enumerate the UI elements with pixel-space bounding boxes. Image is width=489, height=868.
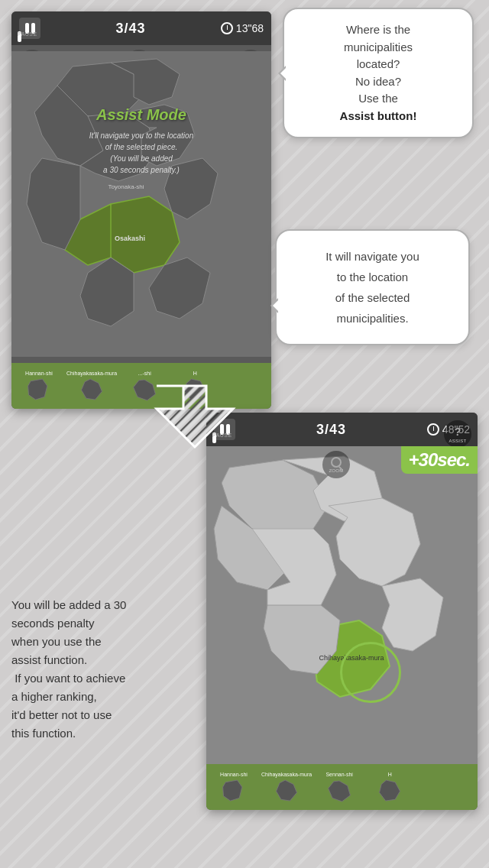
piece-shape-b-1	[220, 779, 248, 803]
svg-marker-16	[82, 379, 102, 400]
svg-marker-35	[380, 780, 400, 801]
pause-button[interactable]: PAUSE	[19, 18, 40, 39]
game-screen-bottom: PAUSE 3/43 48"52 +30sec. ZOOM ? ASSIST	[206, 413, 478, 810]
piece-item-b-2[interactable]: Chihayakasaka-mura	[261, 772, 312, 803]
svg-marker-21	[157, 386, 233, 447]
piece-label-b-1: Hannan-shi	[220, 772, 248, 777]
assist-mode-desc: It'll navigate you to the locationof the…	[89, 130, 193, 176]
assist-button-b[interactable]: ? ASSIST	[444, 420, 471, 448]
circle-highlight	[340, 642, 401, 703]
svg-marker-34	[329, 780, 351, 801]
piece-item-1[interactable]: Hannan-shi	[16, 371, 62, 402]
bottom-game-header: PAUSE 3/43 48"52	[206, 413, 478, 446]
piece-label-b-3: Sennan-shi	[325, 772, 352, 777]
piece-label-1: Hannan-shi	[25, 371, 53, 376]
map-area-bottom: Chihayakasaka-mura	[206, 446, 478, 764]
timer-display: 13"68	[221, 22, 264, 34]
bubble-top-line2: municipalities	[344, 40, 413, 53]
piece-shape-b-3	[325, 779, 353, 803]
piece-label-4: H	[193, 371, 197, 376]
timer-icon	[221, 22, 233, 34]
piece-label-b-4: H	[388, 772, 392, 777]
arrow-svg	[153, 382, 237, 451]
piece-bar-bottom: Hannan-shi Chihayakasaka-mura Sennan-shi…	[206, 764, 478, 810]
map-svg-bottom: Chihayakasaka-mura	[206, 446, 478, 764]
bottom-text-content: You will be added a 30seconds penaltywhe…	[11, 598, 126, 740]
assist-mode-title: Assist Mode	[89, 106, 193, 124]
svg-text:Osakashi: Osakashi	[115, 235, 145, 242]
svg-text:Toyonaka-shi: Toyonaka-shi	[108, 183, 144, 190]
svg-marker-33	[277, 780, 297, 801]
bubble-top-line6: Assist button!	[340, 109, 417, 122]
bubble-top-line5: Use the	[358, 92, 398, 105]
map-area-top: Toyonaka-shi Osakashi Tondabayashi Assis…	[11, 45, 271, 363]
timer-icon-b	[427, 423, 439, 436]
game-screen-top: PAUSE 3/43 13"68 HIDE ZOOM ? ASSIST	[11, 11, 271, 409]
piece-shape-b-2	[273, 779, 300, 803]
piece-shape-b-4	[376, 779, 403, 803]
bubble-mid: It will navigate you to the location of …	[275, 229, 470, 345]
piece-label-b-2: Chihayakasaka-mura	[261, 772, 312, 777]
bubble-mid-line3: of the selected	[335, 291, 410, 304]
bubble-top: Where is the municipalities located? No …	[283, 8, 474, 138]
pause-label: PAUSE	[18, 31, 21, 42]
zoom-button-b[interactable]: ZOOM	[322, 451, 350, 478]
assist-mode-overlay: Assist Mode It'll navigate you to the lo…	[89, 106, 193, 176]
score-display: 3/43	[115, 21, 145, 37]
timer-value: 13"68	[236, 22, 264, 34]
top-game-header: PAUSE 3/43 13"68	[11, 11, 271, 45]
score-display-b: 3/43	[316, 422, 346, 438]
svg-marker-15	[28, 379, 47, 400]
arrow-indicator	[153, 382, 237, 454]
zoom-icon-b	[331, 457, 342, 468]
assist-icon-b: ?	[455, 426, 461, 438]
bubble-mid-line1: It will navigate you	[325, 250, 419, 263]
piece-item-b-3[interactable]: Sennan-shi	[316, 772, 362, 803]
bubble-top-line3: located?	[357, 57, 400, 70]
piece-label-2: Chihayakasaka-mura	[66, 371, 117, 376]
bubble-mid-line4: municipalities.	[336, 312, 408, 325]
bottom-text: You will be added a 30seconds penaltywhe…	[11, 596, 195, 743]
piece-shape-1	[25, 377, 53, 402]
map-svg-top: Toyonaka-shi Osakashi Tondabayashi	[11, 45, 271, 363]
assist-label-b: ASSIST	[449, 439, 466, 443]
svg-marker-32	[223, 780, 242, 801]
bubble-mid-line2: to the location	[337, 270, 408, 283]
bubble-mid-text: It will navigate you to the location of …	[290, 246, 455, 329]
piece-item-2[interactable]: Chihayakasaka-mura	[66, 371, 117, 402]
page-container: PAUSE 3/43 13"68 HIDE ZOOM ? ASSIST	[0, 0, 489, 868]
piece-shape-2	[78, 377, 105, 402]
bubble-top-line4: No idea?	[355, 75, 401, 88]
bubble-top-text: Where is the municipalities located? No …	[298, 21, 458, 125]
piece-item-b-4[interactable]: H	[367, 772, 413, 803]
piece-label-3: ...-shi	[138, 371, 151, 376]
bubble-top-line1: Where is the	[346, 23, 410, 36]
piece-item-b-1[interactable]: Hannan-shi	[211, 772, 257, 803]
penalty-badge: +30sec.	[401, 446, 478, 474]
